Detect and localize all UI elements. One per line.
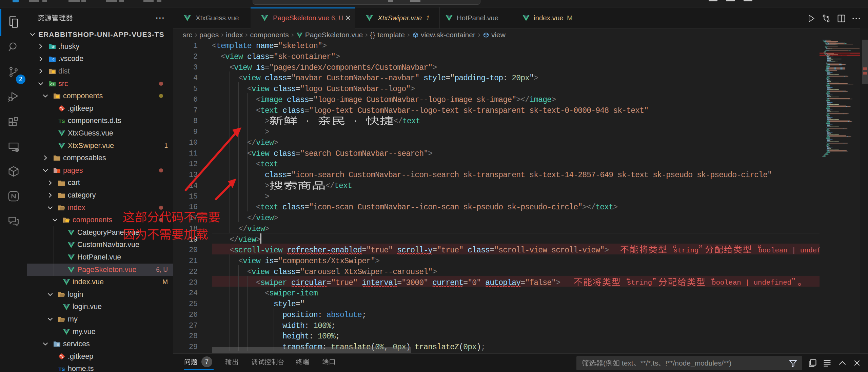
svg-text:TS: TS bbox=[58, 118, 65, 124]
svg-text:TS: TS bbox=[58, 366, 65, 372]
